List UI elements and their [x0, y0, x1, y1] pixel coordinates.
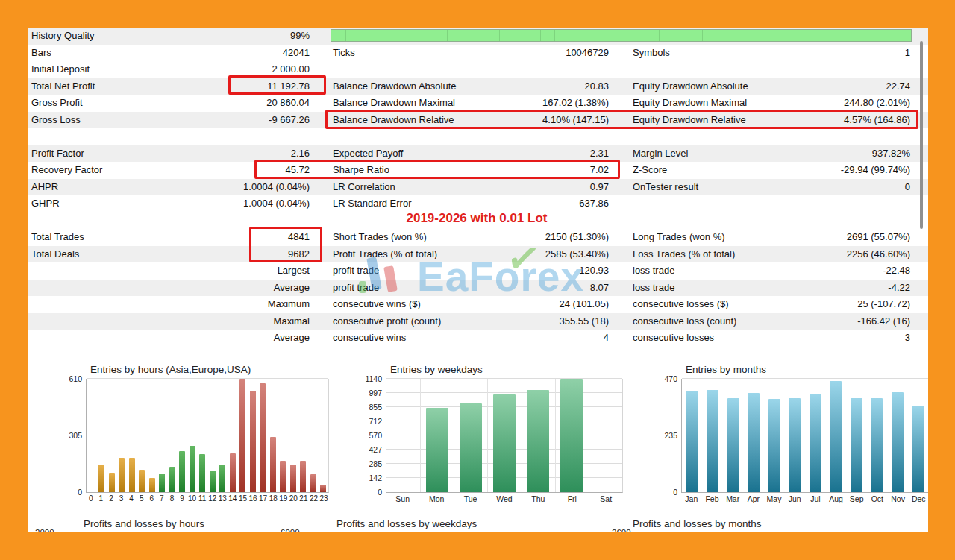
progress-segment-separator: [554, 30, 555, 41]
x-tick-label: 19: [278, 493, 289, 505]
stat-label: Short Trades (won %): [333, 229, 427, 246]
stat-label: LR Correlation: [333, 179, 395, 196]
x-tick-label: 4: [126, 493, 137, 505]
period-annotation: 2019-2026 with 0.01 Lot: [326, 211, 627, 226]
bar-slot: [846, 398, 867, 492]
vertical-scrollbar-thumb[interactable]: [920, 41, 923, 229]
stat-cell: Loss Trades (% of total)2256 (46.60%): [629, 246, 928, 263]
x-tick-label: Fri: [555, 493, 589, 505]
bar-slot: [867, 398, 888, 492]
y-tick-label: 427: [369, 445, 382, 454]
stat-cell: Average: [28, 330, 329, 347]
stat-value: 2691 (55.07%): [847, 229, 928, 246]
stat-cell: [629, 195, 928, 213]
footer-chart-title-months: Profits and losses by months: [633, 518, 762, 529]
bar-slot: [764, 399, 785, 492]
x-tick-label: 6: [146, 493, 157, 505]
x-tick-label: Sat: [589, 493, 623, 505]
stat-value: 4.10% (147.15): [542, 112, 629, 129]
bar-18: [270, 437, 276, 492]
stat-value: 4: [604, 330, 629, 347]
report-panel: History Quality99% Bars42041 Ticks100467…: [28, 28, 928, 532]
bar-slot: [218, 465, 228, 492]
stat-label: consecutive losses: [633, 330, 714, 347]
stat-value: 25 (-107.72): [857, 296, 928, 313]
x-tick-label: Dec: [908, 493, 928, 505]
y-axis: 01422854275707128559971140: [356, 379, 386, 492]
stats-row-total-net-profit: Total Net Profit11 192.78 Balance Drawdo…: [28, 78, 928, 95]
bar-slot: [258, 383, 269, 492]
stat-cell: Profit Factor2.16: [28, 145, 329, 163]
stat-label: Recovery Factor: [31, 162, 102, 179]
stat-value: Maximal: [274, 313, 329, 330]
bar-slot: [308, 474, 319, 492]
x-tick-label: Sep: [846, 493, 867, 505]
stat-cell: [629, 61, 928, 78]
stat-value: -4.22: [888, 280, 928, 297]
stats-row-total-trades: Total Trades4841 Short Trades (won %)215…: [28, 229, 928, 246]
stat-value: 2585 (53.40%): [545, 246, 629, 263]
stats-row-bars: Bars42041 Ticks10046729 Symbols1: [28, 45, 928, 62]
stat-label: Loss Trades (% of total): [633, 246, 735, 263]
bar-4: [129, 458, 135, 492]
x-tick-label: Apr: [743, 493, 764, 505]
x-axis: 01234567891011121314151617181920212223: [86, 493, 329, 505]
history-quality-progress-bar: [331, 29, 912, 42]
stat-cell: Balance Drawdown Relative4.10% (147.15): [329, 112, 629, 129]
stat-cell: Bars42041: [28, 45, 329, 62]
y-tick-label: 235: [664, 431, 677, 440]
stat-label: loss trade: [633, 262, 674, 280]
stat-value: 99%: [290, 28, 329, 45]
bar-slot: [198, 454, 208, 492]
x-tick-label: 11: [197, 493, 207, 505]
stat-label: Equity Drawdown Maximal: [633, 95, 747, 112]
bar-slot: [268, 437, 278, 492]
chart-entries-by-hours: Entries by hours (Asia,Europe,USA) 03056…: [56, 363, 329, 505]
bar-slot: [723, 398, 744, 492]
x-tick-label: 3: [116, 493, 127, 505]
bar-Dec: [912, 406, 924, 492]
bar-1: [98, 465, 104, 492]
stat-cell: Gross Loss-9 667.26: [28, 112, 329, 129]
stat-value: 4.57% (164.86): [844, 112, 928, 129]
bar-Sep: [851, 398, 862, 492]
bar-7: [159, 474, 165, 492]
stat-cell: consecutive loss (count)-166.42 (16): [629, 313, 928, 330]
x-axis: SunMonTueWedThuFriSat: [386, 493, 623, 505]
stats-row-ghpr: GHPR1.0004 (0.04%) LR Standard Error637.…: [28, 195, 928, 213]
stat-label: AHPR: [31, 179, 58, 196]
bar-slot: [454, 403, 487, 492]
stat-value: 8.07: [590, 280, 629, 297]
x-tick-label: Mar: [722, 493, 743, 505]
progress-segment-separator: [540, 30, 541, 41]
stat-value: -22.48: [883, 262, 928, 280]
bar-slot: [298, 461, 309, 492]
stat-value: 45.72: [285, 162, 329, 179]
bar-slot: [278, 461, 289, 492]
stat-value: 120.93: [579, 262, 629, 280]
y-axis: 0305610: [56, 379, 86, 492]
stat-label: Balance Drawdown Maximal: [333, 95, 455, 112]
stat-value: 1: [905, 45, 928, 62]
stat-value: 10046729: [566, 45, 629, 62]
stat-label: Total Net Profit: [31, 78, 95, 95]
footer-partial-ytick: 2000: [35, 528, 54, 532]
y-axis: 0235470: [651, 379, 681, 492]
y-tick-label: 610: [69, 374, 82, 383]
bar-8: [169, 467, 175, 492]
x-tick-label: 21: [298, 493, 309, 505]
y-tick-label: 570: [369, 431, 382, 440]
stat-value: 2.16: [291, 145, 329, 163]
bar-slot: [522, 390, 555, 492]
stat-label: consecutive profit (count): [333, 313, 441, 330]
bar-21: [300, 461, 306, 492]
x-tick-label: 2: [106, 493, 116, 505]
x-tick-label: 17: [258, 493, 269, 505]
stat-cell: consecutive wins4: [329, 330, 629, 347]
stat-label: consecutive losses ($): [633, 296, 729, 313]
bar-slot: [682, 391, 703, 492]
bar-11: [199, 454, 205, 492]
bar-May: [768, 399, 780, 492]
stat-value: 4841: [288, 229, 329, 246]
footer-partial-ytick: 6000: [281, 528, 300, 532]
